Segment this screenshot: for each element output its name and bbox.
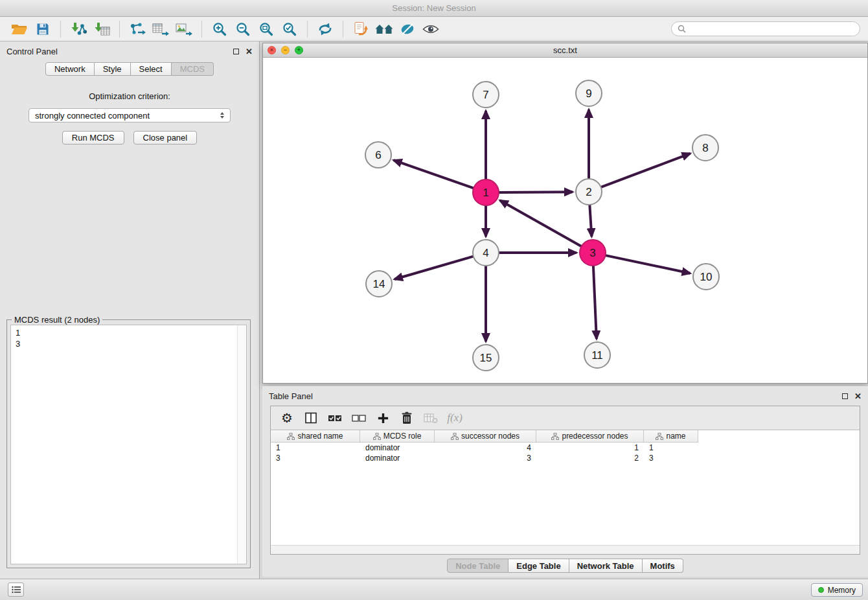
table-body: 1dominator4113dominator323 [271,443,860,463]
share-document-icon[interactable] [349,19,372,39]
node-3[interactable]: 3 [580,240,606,266]
table-toolbar: ⚙ f(x) [271,406,860,430]
edge-2-8[interactable] [601,154,691,187]
task-history-button[interactable] [8,583,24,597]
table-row[interactable]: 1dominator411 [271,443,860,453]
network-canvas[interactable]: 7968124314101511 [263,58,867,383]
edge-1-2[interactable] [499,192,573,192]
search-box[interactable] [671,21,860,36]
tab-mcds[interactable]: MCDS [172,62,214,76]
delete-table-icon[interactable] [421,408,440,428]
memory-button[interactable]: Memory [811,583,863,597]
svg-text:15: 15 [480,352,492,364]
zoom-fit-icon[interactable] [255,19,278,39]
table-cell: 3 [644,453,698,463]
dropdown-stepper-icon [218,112,227,119]
control-panel-tabs: Network Style Select MCDS [0,62,259,76]
table-row[interactable]: 3dominator323 [271,453,860,463]
tab-motifs[interactable]: Motifs [643,559,683,573]
column-header-name[interactable]: name [644,430,698,443]
show-graphics-details-icon[interactable] [419,19,442,39]
column-header-MCDS-role[interactable]: MCDS role [360,430,435,443]
svg-text:3: 3 [589,247,595,259]
export-network-icon[interactable] [126,19,149,39]
tab-style[interactable]: Style [95,62,131,76]
open-session-icon[interactable] [8,19,31,39]
table-cell: 1 [271,443,360,453]
table-panel-title: Table Panel [269,391,313,401]
edge-4-14[interactable] [394,257,474,279]
svg-text:8: 8 [702,142,708,154]
edge-3-11[interactable] [593,266,597,339]
close-panel-icon[interactable]: ✕ [246,47,253,56]
optimization-criterion-select[interactable]: strongly connected component [29,108,231,122]
create-column-icon[interactable] [373,408,393,428]
close-window-icon[interactable]: × [268,46,276,54]
float-panel-icon[interactable] [233,49,239,54]
table-header-row: shared nameMCDS rolesuccessor nodesprede… [271,430,860,443]
zoom-in-icon[interactable] [208,19,231,39]
close-table-panel-icon[interactable]: ✕ [854,392,862,400]
edge-3-1[interactable] [500,200,582,246]
svg-text:6: 6 [375,149,381,161]
import-table-from-file-icon[interactable] [90,19,113,39]
node-4[interactable]: 4 [473,240,499,266]
edge-1-6[interactable] [394,160,474,188]
column-header-successor-nodes[interactable]: successor nodes [435,430,536,443]
network-view-window: × − + scc.txt 7968124314101511 [262,43,868,384]
close-panel-button[interactable]: Close panel [133,131,198,144]
apply-style-icon[interactable] [396,19,419,39]
tab-network-table[interactable]: Network Table [569,559,643,573]
optimization-criterion-label: Optimization criterion: [0,91,259,101]
node-15[interactable]: 15 [473,345,499,371]
tab-select[interactable]: Select [131,62,172,76]
memory-label: Memory [828,586,856,595]
column-header-predecessor-nodes[interactable]: predecessor nodes [536,430,644,443]
node-11[interactable]: 11 [584,342,610,368]
network-window-titlebar: × − + scc.txt [263,43,867,58]
refresh-icon[interactable] [314,19,337,39]
edge-2-3[interactable] [589,205,591,237]
unselect-all-columns-icon[interactable] [349,408,369,428]
node-10[interactable]: 10 [693,264,719,290]
home-panel-icon[interactable] [372,19,396,39]
export-image-icon[interactable] [172,19,196,39]
mcds-result-list[interactable]: 1 3 [10,325,247,564]
table-cell: 3 [271,453,360,463]
minimize-window-icon[interactable]: − [281,46,290,54]
delete-column-icon[interactable] [397,408,417,428]
table-horizontal-scrollbar[interactable] [271,545,860,554]
result-item[interactable]: 3 [11,338,246,349]
node-6[interactable]: 6 [365,142,391,168]
table-cell: 1 [536,443,644,453]
tab-network[interactable]: Network [45,62,95,76]
node-14[interactable]: 14 [366,271,392,297]
zoom-selected-icon[interactable] [278,19,301,39]
function-builder-icon[interactable]: f(x) [445,408,464,428]
node-2[interactable]: 2 [576,179,602,205]
toolbar-separator [307,21,308,38]
node-8[interactable]: 8 [692,135,718,161]
maximize-window-icon[interactable]: + [295,46,303,54]
run-mcds-button[interactable]: Run MCDS [62,131,124,144]
tab-edge-table[interactable]: Edge Table [508,559,569,573]
export-table-icon[interactable] [149,19,172,39]
node-1[interactable]: 1 [473,179,499,205]
result-list-scrollbar[interactable] [237,325,246,564]
float-table-panel-icon[interactable] [842,393,848,399]
save-session-icon[interactable] [31,19,54,39]
search-input[interactable] [690,25,854,34]
import-network-from-file-icon[interactable] [67,19,90,39]
table-settings-icon[interactable]: ⚙ [277,408,297,428]
svg-text:2: 2 [586,186,591,198]
tab-node-table[interactable]: Node Table [447,559,508,573]
node-9[interactable]: 9 [576,80,602,106]
column-header-shared-name[interactable]: shared name [271,430,360,443]
result-item[interactable]: 1 [11,327,246,338]
node-7[interactable]: 7 [473,82,499,108]
control-panel: Control Panel ✕ Network Style Select MCD… [0,41,260,579]
select-all-columns-icon[interactable] [325,408,345,428]
zoom-out-icon[interactable] [231,19,255,39]
show-columns-icon[interactable] [301,408,321,428]
edge-3-10[interactable] [606,255,691,273]
